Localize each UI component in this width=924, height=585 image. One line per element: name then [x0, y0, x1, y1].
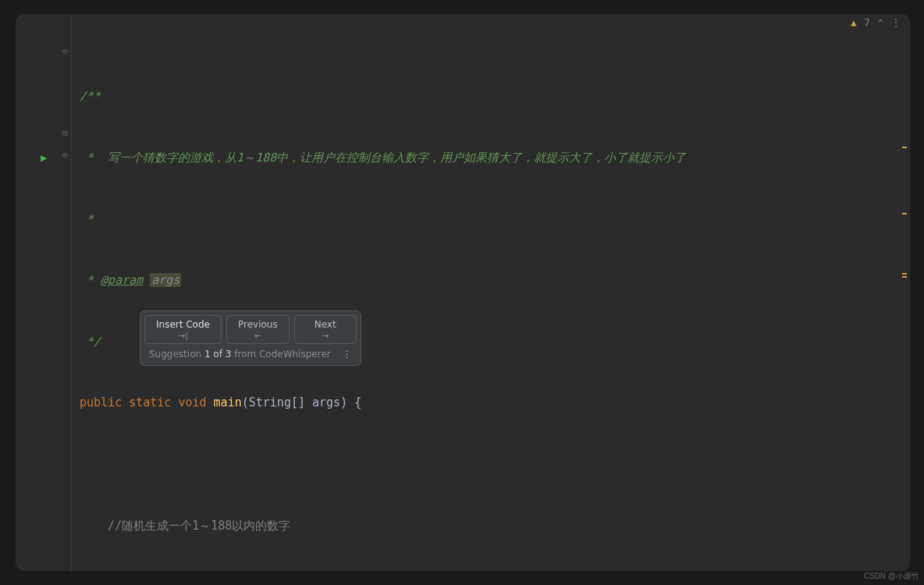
watermark: CSDN @小虚竹	[864, 571, 919, 582]
warning-mark[interactable]	[902, 213, 907, 214]
javadoc-tag: @param	[101, 273, 143, 287]
fold-icon[interactable]: ⊟	[62, 129, 67, 137]
popup-buttons: Insert Code →| Previous ← Next →	[144, 315, 357, 344]
insert-code-button[interactable]: Insert Code →|	[144, 315, 222, 344]
method-name: main	[214, 395, 242, 410]
warning-icon[interactable]: ▲	[851, 17, 856, 28]
comment: //随机生成一个1～188以内的数字	[80, 519, 290, 533]
previous-button[interactable]: Previous ←	[226, 315, 290, 344]
tab-key-icon: →|	[156, 331, 210, 342]
expand-icon[interactable]: ⌃	[878, 17, 883, 28]
arrow-right-icon: →	[306, 331, 345, 342]
doc-comment: *	[80, 273, 101, 287]
javadoc-param: args	[150, 273, 181, 287]
warning-mark[interactable]	[902, 276, 907, 278]
keyword: public	[80, 395, 122, 410]
arrow-left-icon: ←	[238, 331, 278, 342]
next-label: Next	[315, 319, 336, 330]
editor-frame: ▲ 7 ⌃ ⋮ ⊖ ⊟ ▶ ⊖ /** * 写一个猜数字的游戏，从1～188中，…	[16, 14, 910, 571]
warning-count[interactable]: 7	[865, 17, 870, 28]
editor-top-bar: ▲ 7 ⌃ ⋮	[851, 17, 901, 28]
next-button[interactable]: Next →	[294, 315, 357, 344]
fold-icon[interactable]: ⊖	[62, 47, 67, 55]
insert-label: Insert Code	[156, 319, 210, 330]
code-area[interactable]: /** * 写一个猜数字的游戏，从1～188中，让用户在控制台输入数字，用户如果…	[80, 45, 902, 571]
doc-comment: * 写一个猜数字的游戏，从1～188中，让用户在控制台输入数字，用户如果猜大了，…	[80, 151, 686, 165]
warning-mark[interactable]	[902, 273, 907, 275]
popup-status: Suggestion 1 of 3 from CodeWhisperer ⋮	[144, 347, 357, 361]
run-gutter-icon[interactable]: ▶	[41, 151, 47, 164]
doc-comment: */	[80, 335, 101, 349]
doc-comment: *	[80, 212, 94, 226]
doc-comment: /**	[80, 89, 101, 103]
code-suggestion-popup: Insert Code →| Previous ← Next → Suggest…	[140, 310, 361, 366]
previous-label: Previous	[238, 319, 278, 330]
gutter: ⊖ ⊟ ▶ ⊖	[16, 14, 72, 571]
warning-mark[interactable]	[902, 147, 907, 148]
more-options-icon[interactable]: ⋮	[343, 349, 352, 360]
more-icon[interactable]: ⋮	[891, 17, 901, 28]
fold-icon[interactable]: ⊖	[62, 151, 67, 159]
